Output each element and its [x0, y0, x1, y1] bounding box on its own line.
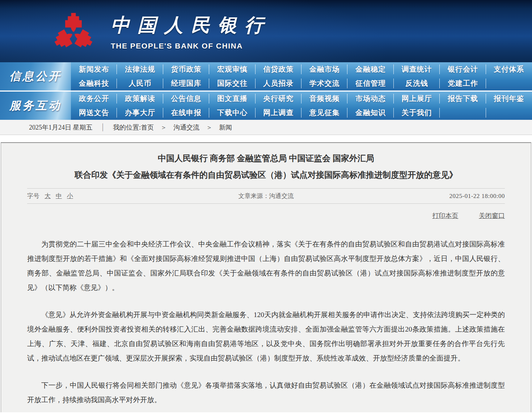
font-size-medium-button[interactable]: 中	[56, 192, 62, 200]
article-panel: 中国人民银行 商务部 金融监管总局 中国证监会 国家外汇局 联合印发《关于金融领…	[1, 142, 531, 412]
nav-item[interactable]: 央行研究	[256, 92, 301, 106]
nav-band-information: 信息公开 新闻发布法律法规货币政策宏观审慎信贷政策金融市场金融稳定调查统计银行会…	[0, 62, 532, 90]
location-label: 我的位置:	[113, 123, 141, 132]
nav-item[interactable]: 支付体系	[486, 62, 532, 76]
article-paragraph: 为贯彻党的二十届三中全会和中央经济工作会议、中央金融工作会议精神，落实《关于在有…	[27, 237, 505, 295]
nav-item[interactable]: 政策解读	[117, 92, 163, 106]
publish-datetime: 2025-01-22 18:00:00	[294, 193, 505, 200]
nav-item[interactable]: 货币政策	[163, 62, 209, 76]
pboc-emblem-icon	[54, 9, 93, 54]
nav-item-empty	[486, 106, 532, 120]
nav-item[interactable]: 国际交往	[209, 76, 255, 90]
nav-item[interactable]: 办事大厅	[117, 106, 163, 120]
nav-item[interactable]: 报告下载	[440, 92, 486, 106]
nav-item[interactable]: 经理国库	[163, 76, 209, 90]
breadcrumb-communication[interactable]: 沟通交流	[173, 123, 199, 132]
bank-name-cn: 中国人民银行	[111, 13, 271, 38]
nav-section-service-interaction[interactable]: 服务互动	[0, 92, 71, 120]
nav-item[interactable]: 金融市场	[301, 62, 347, 76]
nav-item[interactable]: 金融知识	[347, 106, 393, 120]
site-header: 中国人民银行 THE PEOPLE'S BANK OF CHINA	[0, 0, 532, 62]
nav-item[interactable]: 关于我们	[394, 106, 440, 120]
nav-grid-information: 新闻发布法律法规货币政策宏观审慎信贷政策金融市场金融稳定调查统计银行会计支付体系…	[71, 62, 532, 90]
main-navigation: 信息公开 新闻发布法律法规货币政策宏观审慎信贷政策金融市场金融稳定调查统计银行会…	[0, 62, 532, 120]
font-size-label: 字号	[27, 192, 39, 200]
article-meta: 字号 大 中 小 文章来源：沟通交流 2025-01-22 18:00:00	[27, 189, 505, 203]
breadcrumb: 2025年1月24日 星期五 │ 我的位置: 首页 ＞ 沟通交流 ＞ 新闻	[0, 120, 532, 135]
nav-item[interactable]: 网上展厅	[394, 92, 440, 106]
article-body: 为贯彻党的二十届三中全会和中央经济工作会议、中央金融工作会议精神，落实《关于在有…	[27, 237, 505, 407]
nav-item[interactable]: 宏观审慎	[209, 62, 255, 76]
nav-item[interactable]: 人民币	[117, 76, 163, 90]
nav-item[interactable]: 银行会计	[440, 62, 486, 76]
nav-item-empty	[486, 76, 532, 90]
nav-item[interactable]: 反洗钱	[394, 76, 440, 90]
spacer	[0, 135, 532, 142]
source-value: 沟通交流	[269, 193, 294, 199]
close-window-button[interactable]: 关闭窗口	[479, 212, 505, 219]
nav-band-services: 服务互动 政务公开政策解读公告信息图文直播央行研究音频视频市场动态网上展厅报告下…	[0, 92, 532, 120]
nav-item[interactable]: 网送文告	[71, 106, 117, 120]
nav-item[interactable]: 信贷政策	[256, 62, 301, 76]
print-page-button[interactable]: 打印本页	[432, 212, 459, 219]
nav-item[interactable]: 党建工作	[440, 76, 486, 90]
nav-section-information-disclosure[interactable]: 信息公开	[0, 62, 71, 90]
nav-item[interactable]: 下载中心	[209, 106, 255, 120]
nav-item[interactable]: 网上调查	[256, 106, 301, 120]
article-actions: 打印本页 关闭窗口	[27, 211, 505, 220]
article-paragraph: 下一步，中国人民银行将会同相关部门推动《意见》各项举措落实落地，认真做好自由贸易…	[27, 378, 505, 407]
bank-logo-link[interactable]: 中国人民银行 THE PEOPLE'S BANK OF CHINA	[54, 9, 271, 54]
nav-item[interactable]: 人员招录	[256, 76, 301, 90]
breadcrumb-news[interactable]: 新闻	[219, 123, 232, 132]
breadcrumb-home[interactable]: 首页	[141, 123, 154, 132]
nav-item[interactable]: 在线申报	[163, 106, 209, 120]
article-title-line1: 中国人民银行 商务部 金融监管总局 中国证监会 国家外汇局	[27, 150, 505, 167]
font-size-large-button[interactable]: 大	[45, 192, 51, 200]
nav-item[interactable]: 新闻发布	[71, 62, 117, 76]
nav-item[interactable]: 报刊年鉴	[486, 92, 532, 106]
nav-item[interactable]: 音频视频	[301, 92, 347, 106]
breadcrumb-separator: ＞	[206, 123, 212, 132]
current-date: 2025年1月24日 星期五	[29, 123, 93, 132]
divider	[27, 203, 505, 204]
nav-item-empty	[440, 106, 486, 120]
nav-grid-services: 政务公开政策解读公告信息图文直播央行研究音频视频市场动态网上展厅报告下载报刊年鉴…	[71, 92, 532, 120]
nav-item[interactable]: 征信管理	[347, 76, 393, 90]
breadcrumb-bar-separator: │	[101, 123, 105, 131]
nav-item[interactable]: 金融科技	[71, 76, 117, 90]
article-paragraph: 《意见》从允许外资金融机构开展与中资金融机构同类新金融服务、120天内就金融机构…	[27, 308, 505, 366]
nav-item[interactable]: 图文直播	[209, 92, 255, 106]
source-label: 文章来源：	[238, 193, 269, 199]
font-size-small-button[interactable]: 小	[67, 192, 73, 200]
nav-item[interactable]: 公告信息	[163, 92, 209, 106]
nav-item[interactable]: 市场动态	[347, 92, 393, 106]
bank-name-en: THE PEOPLE'S BANK OF CHINA	[111, 42, 271, 50]
article-title-line2: 联合印发《关于金融领域在有条件的自由贸易试验区（港）试点对接国际高标准推进制度型…	[27, 167, 505, 184]
nav-item[interactable]: 学术交流	[301, 76, 347, 90]
nav-item[interactable]: 法律法规	[117, 62, 163, 76]
nav-item[interactable]: 调查统计	[394, 62, 440, 76]
nav-item[interactable]: 政务公开	[71, 92, 117, 106]
breadcrumb-separator: ＞	[160, 123, 167, 132]
nav-item[interactable]: 意见征集	[301, 106, 347, 120]
nav-item[interactable]: 金融稳定	[347, 62, 393, 76]
